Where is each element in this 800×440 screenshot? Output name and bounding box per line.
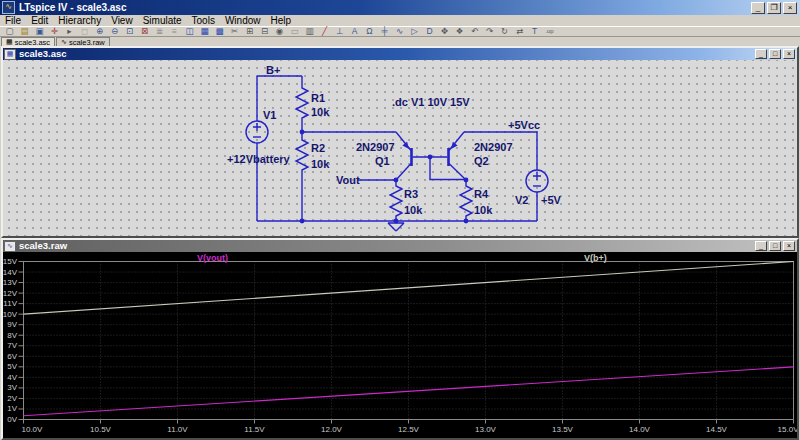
close-icon[interactable]: × xyxy=(783,2,797,14)
inductor-icon[interactable]: ∿ xyxy=(392,27,407,36)
menu-tools[interactable]: Tools xyxy=(187,15,220,26)
autorange-icon[interactable]: ▦ xyxy=(197,27,212,36)
new-file-icon[interactable]: ▢ xyxy=(2,27,17,36)
drag-icon[interactable]: ❖ xyxy=(452,27,467,36)
q2-type-label[interactable]: 2N2907 xyxy=(474,141,513,153)
minimize-icon[interactable]: _ xyxy=(755,49,767,59)
q2-ref-label[interactable]: Q2 xyxy=(474,155,489,167)
spice-directive-text[interactable]: .dc V1 10V 15V xyxy=(392,96,470,108)
tab-scale3-raw[interactable]: ∿ scale3.raw xyxy=(56,37,110,46)
zoom-extents-icon[interactable]: ⊠ xyxy=(137,27,152,36)
minimize-icon[interactable]: _ xyxy=(751,2,765,14)
v1-plus-icon xyxy=(253,123,261,131)
r1-ref-label[interactable]: R1 xyxy=(311,92,325,104)
resistor-icon[interactable]: Ω xyxy=(362,27,377,36)
print-preview-icon[interactable]: ▭ xyxy=(287,27,302,36)
x-tick-label: 13.0V xyxy=(475,425,497,434)
error-log-icon[interactable]: ≡ xyxy=(167,27,182,36)
zoom-out-icon[interactable]: ⊖ xyxy=(107,27,122,36)
net-label-bplus[interactable]: B+ xyxy=(266,64,280,76)
move-icon[interactable]: ✥ xyxy=(437,27,452,36)
capacitor-icon[interactable]: ╪ xyxy=(377,27,392,36)
save-icon[interactable]: ▣ xyxy=(32,27,47,36)
r1-value-label[interactable]: 10k xyxy=(311,106,330,118)
spice-directive-icon[interactable]: .op xyxy=(542,27,557,36)
menu-help[interactable]: Help xyxy=(266,15,297,26)
v2-ref-label[interactable]: V2 xyxy=(515,194,528,206)
q1-ref-label[interactable]: Q1 xyxy=(375,155,390,167)
menu-view[interactable]: View xyxy=(106,15,138,26)
net-label-icon[interactable]: A xyxy=(347,27,362,36)
control-panel-icon[interactable]: ✛ xyxy=(47,27,62,36)
zoom-in-icon[interactable]: ⊕ xyxy=(92,27,107,36)
q1-type-label[interactable]: 2N2907 xyxy=(356,141,395,153)
close-icon[interactable]: × xyxy=(783,49,795,59)
undo-icon[interactable]: ↶ xyxy=(467,27,482,36)
waveform-plot[interactable]: 15V14V13V12V11V10V9V8V7V6V5V4V3V2V1V0V10… xyxy=(3,252,797,437)
legend-v-bplus[interactable]: V(b+) xyxy=(584,253,607,263)
menu-simulate[interactable]: Simulate xyxy=(138,15,187,26)
junction-dot xyxy=(464,178,469,183)
r4-value-label[interactable]: 10k xyxy=(474,204,493,216)
rotate-icon[interactable]: ↻ xyxy=(497,27,512,36)
v1-ref-label[interactable]: V1 xyxy=(263,109,276,121)
r3-value-label[interactable]: 10k xyxy=(404,204,423,216)
net-label-vcc[interactable]: +5Vcc xyxy=(508,119,540,131)
schematic-window: ▦ scale3.asc _ □ × xyxy=(1,46,799,238)
close-icon[interactable]: × xyxy=(783,241,795,251)
tab-scale3-asc[interactable]: ▦ scale3.asc xyxy=(1,37,55,46)
trace-vvout xyxy=(24,367,794,416)
maximize-icon[interactable]: □ xyxy=(769,241,781,251)
restore-icon[interactable]: ❐ xyxy=(767,2,781,14)
menu-file[interactable]: File xyxy=(0,15,26,26)
resistor-r2 xyxy=(296,132,308,221)
print-icon[interactable]: ▥ xyxy=(302,27,317,36)
minimize-icon[interactable]: _ xyxy=(755,241,767,251)
cut-icon[interactable]: ✂ xyxy=(227,27,242,36)
waveform-window-title-bar[interactable]: ∿ scale3.raw _ □ × xyxy=(3,240,797,252)
junction-dot xyxy=(428,155,433,160)
open-file-icon[interactable]: ▤ xyxy=(17,27,32,36)
plot-settings-icon[interactable]: ▩ xyxy=(212,27,227,36)
r4-ref-label[interactable]: R4 xyxy=(474,188,489,200)
y-tick-label: 3V xyxy=(7,383,17,392)
x-tick-label: 15.0V xyxy=(778,425,797,434)
text-icon[interactable]: T xyxy=(527,27,542,36)
legend-v-vout[interactable]: V(vout) xyxy=(197,253,228,263)
schematic-window-icon: ▦ xyxy=(4,49,16,60)
ground-icon[interactable]: ⊥ xyxy=(332,27,347,36)
wire-icon[interactable]: ╱ xyxy=(317,27,332,36)
menu-hierarchy[interactable]: Hierarchy xyxy=(53,15,106,26)
v1-value-label[interactable]: +12Vbattery xyxy=(227,153,291,165)
trace-vb+ xyxy=(24,262,794,315)
paste-icon[interactable]: ⊟ xyxy=(257,27,272,36)
waveform-window: ∿ scale3.raw _ □ × V(vout) V(b+) 15V14V1… xyxy=(1,238,799,440)
halt-icon[interactable]: ◻ xyxy=(77,27,92,36)
redo-icon[interactable]: ↷ xyxy=(482,27,497,36)
r2-value-label[interactable]: 10k xyxy=(311,158,330,170)
maximize-icon[interactable]: □ xyxy=(769,49,781,59)
netlist-icon[interactable]: ≣ xyxy=(152,27,167,36)
find-icon[interactable]: ◉ xyxy=(272,27,287,36)
menu-window[interactable]: Window xyxy=(220,15,266,26)
schematic-window-title: scale3.asc xyxy=(19,48,755,60)
component-icon[interactable]: D xyxy=(422,27,437,36)
copy-icon[interactable]: ⊞ xyxy=(242,27,257,36)
schematic-canvas[interactable]: B+ V1 +12Vbattery R1 10k R2 10k .dc V1 1… xyxy=(3,60,797,236)
schematic-window-title-bar[interactable]: ▦ scale3.asc _ □ × xyxy=(3,48,797,60)
run-icon[interactable]: ▸ xyxy=(62,27,77,36)
q1-emitter-arrow xyxy=(402,142,409,149)
resistor-r1 xyxy=(296,76,308,131)
diode-icon[interactable]: ▷ xyxy=(407,27,422,36)
x-tick-label: 13.5V xyxy=(552,425,574,434)
v2-value-label[interactable]: +5V xyxy=(541,194,562,206)
waveform-pane[interactable]: V(vout) V(b+) 15V14V13V12V11V10V9V8V7V6V… xyxy=(3,252,797,438)
zoom-area-icon[interactable]: ⊡ xyxy=(122,27,137,36)
r2-ref-label[interactable]: R2 xyxy=(311,142,325,154)
pane-vertical-icon[interactable]: ◫ xyxy=(182,27,197,36)
menu-edit[interactable]: Edit xyxy=(26,15,53,26)
mirror-icon[interactable]: ⇄ xyxy=(512,27,527,36)
y-tick-label: 12V xyxy=(3,289,18,298)
r3-ref-label[interactable]: R3 xyxy=(404,188,418,200)
net-label-vout[interactable]: Vout xyxy=(336,174,360,186)
